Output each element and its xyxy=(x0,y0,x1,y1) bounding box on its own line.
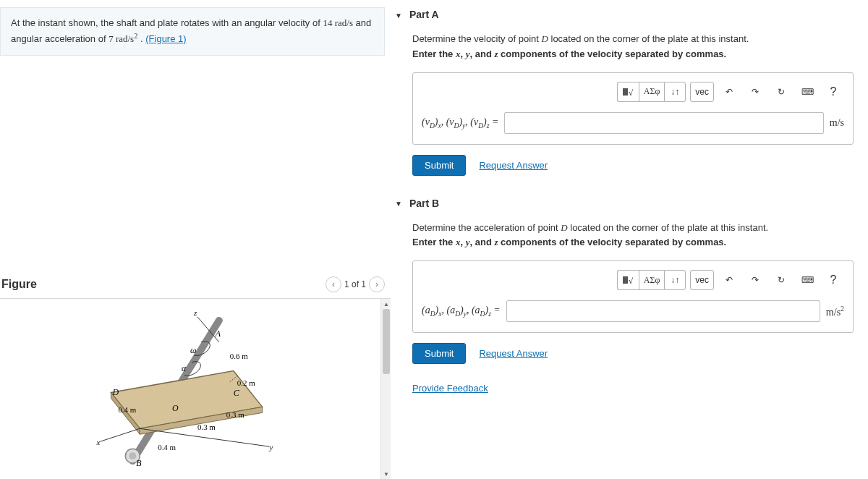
right-column: ▼ Part A Determine the velocity of point… xyxy=(391,0,868,479)
svg-text:√: √ xyxy=(629,88,634,97)
svg-rect-26 xyxy=(623,88,628,96)
redo-button-b[interactable]: ↷ xyxy=(744,270,766,290)
figure-header: Figure ‹ 1 of 1 › xyxy=(0,272,391,298)
figure-prev-button[interactable]: ‹ xyxy=(326,276,341,292)
alpha-value: 7 rad/s2 xyxy=(109,33,137,44)
part-a-unit: m/s xyxy=(830,117,844,129)
figure-body: A B C D O 0.6 m 0.2 m 0.3 m 0.3 m 0.4 m … xyxy=(0,298,391,479)
part-a-input-row: (vD)x, (vD)y, (vD)z = m/s xyxy=(422,112,844,134)
reset-button-b[interactable]: ↻ xyxy=(770,270,792,290)
provide-feedback-link[interactable]: Provide Feedback xyxy=(412,383,488,394)
keyboard-button-b[interactable]: ⌨ xyxy=(796,270,818,290)
part-a-answer-box: √ ΑΣφ ↓↑ vec ↶ ↷ ↻ ⌨ ? (vD)x, (vD)y, (vD… xyxy=(412,72,854,145)
problem-text-1: At the instant shown, the shaft and plat… xyxy=(11,17,323,28)
vector-button-b[interactable]: vec xyxy=(690,270,714,290)
scroll-up-icon[interactable]: ▲ xyxy=(381,299,391,309)
svg-text:0.4 m: 0.4 m xyxy=(158,443,176,452)
part-b-submit-button[interactable]: Submit xyxy=(412,343,466,364)
part-b-header[interactable]: ▼ Part B xyxy=(391,189,861,215)
svg-text:A: A xyxy=(215,328,221,339)
svg-text:D: D xyxy=(111,387,119,397)
part-a-body: Determine the velocity of point D locate… xyxy=(391,26,861,189)
templates-button[interactable]: √ xyxy=(617,82,639,102)
svg-text:z: z xyxy=(193,308,197,317)
svg-line-4 xyxy=(101,428,140,441)
figure-title: Figure xyxy=(1,278,37,291)
part-b-toolbar: √ ΑΣφ ↓↑ vec ↶ ↷ ↻ ⌨ ? xyxy=(422,270,844,290)
svg-point-9 xyxy=(129,452,136,459)
part-b-prompt: Determine the acceleration of point D lo… xyxy=(412,221,854,251)
subsup-button-b[interactable]: ↓↑ xyxy=(664,270,686,290)
figure-section: Figure ‹ 1 of 1 › xyxy=(0,272,391,479)
svg-text:0.2 m: 0.2 m xyxy=(237,378,255,387)
undo-button-b[interactable]: ↶ xyxy=(718,270,740,290)
part-b-unit: m/s2 xyxy=(826,305,844,318)
svg-text:ω: ω xyxy=(190,345,196,355)
figure-link[interactable]: (Figure 1) xyxy=(145,33,186,44)
svg-text:0.3 m: 0.3 m xyxy=(226,410,244,419)
subsup-button[interactable]: ↓↑ xyxy=(664,82,686,102)
undo-button[interactable]: ↶ xyxy=(718,82,740,102)
templates-button-b[interactable]: √ xyxy=(617,270,639,290)
part-a-title: Part A xyxy=(409,9,439,20)
svg-rect-28 xyxy=(623,276,628,284)
part-b-expr-label: (aD)x, (aD)y, (aD)z = xyxy=(422,305,501,318)
scroll-down-icon[interactable]: ▼ xyxy=(381,469,391,479)
left-column: At the instant shown, the shaft and plat… xyxy=(0,0,391,479)
part-a-request-answer-link[interactable]: Request Answer xyxy=(479,160,548,171)
part-b-toggle-icon: ▼ xyxy=(395,200,402,208)
svg-text:√: √ xyxy=(629,276,634,285)
keyboard-button[interactable]: ⌨ xyxy=(796,82,818,102)
part-a-toggle-icon: ▼ xyxy=(395,12,402,20)
svg-text:0.3 m: 0.3 m xyxy=(197,423,216,431)
part-a-prompt: Determine the velocity of point D locate… xyxy=(412,32,854,62)
part-b-answer-box: √ ΑΣφ ↓↑ vec ↶ ↷ ↻ ⌨ ? (aD)x, (aD)y, (aD… xyxy=(412,260,854,333)
help-button[interactable]: ? xyxy=(822,82,844,102)
part-b-input-row: (aD)x, (aD)y, (aD)z = m/s2 xyxy=(422,300,844,322)
part-a-header[interactable]: ▼ Part A xyxy=(391,0,861,26)
part-b-actions: Submit Request Answer xyxy=(412,343,854,364)
figure-next-button[interactable]: › xyxy=(369,276,385,292)
figure-scrollbar[interactable]: ▲ ▼ xyxy=(380,299,391,479)
reset-button[interactable]: ↻ xyxy=(770,82,792,102)
part-a-answer-input[interactable] xyxy=(504,112,823,134)
figure-image: A B C D O 0.6 m 0.2 m 0.3 m 0.3 m 0.4 m … xyxy=(0,299,380,479)
vector-button[interactable]: vec xyxy=(690,82,714,102)
omega-value: 14 rad/s xyxy=(323,17,353,28)
svg-text:0.4 m: 0.4 m xyxy=(118,405,136,414)
part-a-submit-button[interactable]: Submit xyxy=(412,155,466,176)
problem-statement: At the instant shown, the shaft and plat… xyxy=(0,7,385,56)
part-b-body: Determine the acceleration of point D lo… xyxy=(391,215,861,378)
svg-text:0.6 m: 0.6 m xyxy=(230,352,248,360)
svg-text:α: α xyxy=(182,363,187,373)
help-button-b[interactable]: ? xyxy=(822,270,844,290)
redo-button[interactable]: ↷ xyxy=(744,82,766,102)
svg-text:B: B xyxy=(136,458,142,468)
part-a-actions: Submit Request Answer xyxy=(412,155,854,176)
svg-text:C: C xyxy=(234,388,240,398)
svg-text:x: x xyxy=(96,438,101,446)
figure-pager: ‹ 1 of 1 › xyxy=(326,276,385,292)
part-b-answer-input[interactable] xyxy=(506,300,820,322)
scroll-thumb[interactable] xyxy=(383,309,390,374)
svg-text:y: y xyxy=(269,443,273,452)
part-a-expr-label: (vD)x, (vD)y, (vD)z = xyxy=(422,116,498,130)
part-b-title: Part B xyxy=(409,198,439,209)
greek-letters-button[interactable]: ΑΣφ xyxy=(639,82,665,102)
svg-text:O: O xyxy=(172,403,179,413)
part-b-request-answer-link[interactable]: Request Answer xyxy=(479,348,548,359)
part-a-toolbar: √ ΑΣφ ↓↑ vec ↶ ↷ ↻ ⌨ ? xyxy=(422,82,844,102)
greek-letters-button-b[interactable]: ΑΣφ xyxy=(639,270,665,290)
figure-pager-label: 1 of 1 xyxy=(344,279,366,289)
